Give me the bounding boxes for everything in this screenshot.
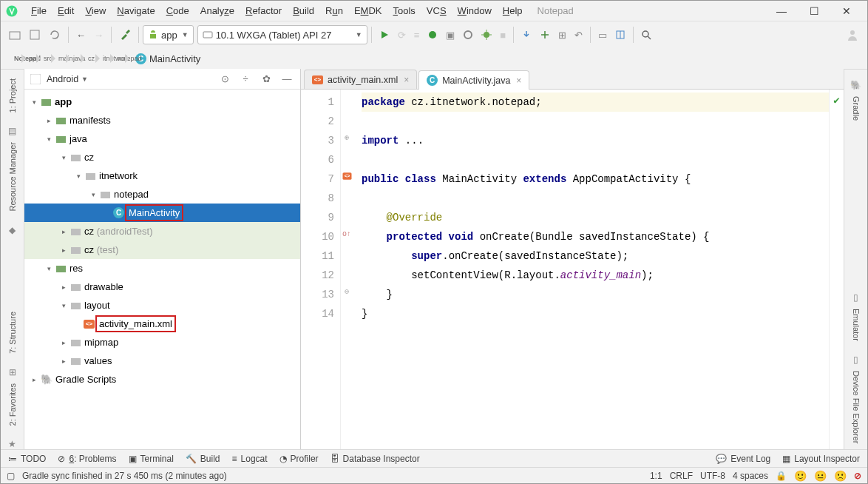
gutter-resmgr-icon[interactable]: ◆ bbox=[9, 225, 16, 235]
menu-window[interactable]: Window bbox=[452, 3, 497, 19]
tool-layout-inspector[interactable]: ▦ Layout Inspector bbox=[782, 454, 860, 464]
user-avatar-icon[interactable] bbox=[842, 25, 863, 44]
nav-back-icon[interactable]: ← bbox=[72, 27, 89, 44]
crumb-app[interactable]: app bbox=[21, 53, 36, 64]
maximize-button[interactable]: ☐ bbox=[798, 4, 830, 19]
reload-icon[interactable] bbox=[45, 26, 64, 44]
tree-notepad[interactable]: ▾ notepad bbox=[24, 185, 300, 204]
status-eol[interactable]: CRLF bbox=[670, 471, 693, 481]
minimize-button[interactable]: — bbox=[765, 4, 798, 19]
sdk-manager-icon[interactable] bbox=[611, 27, 629, 43]
tool-event-log[interactable]: 💬 Event Log bbox=[716, 454, 770, 464]
status-lock-icon[interactable]: 🔒 bbox=[776, 471, 787, 481]
tree-cz-androidtest[interactable]: ▸ cz (androidTest) bbox=[24, 222, 300, 241]
run-icon[interactable] bbox=[376, 27, 393, 43]
gutter-favorites[interactable]: 2: Favorites bbox=[8, 383, 17, 426]
menu-tools[interactable]: Tools bbox=[388, 3, 421, 19]
fold-icon[interactable]: ⊕ bbox=[341, 128, 353, 147]
tool-terminal[interactable]: ▣ Terminal bbox=[129, 454, 174, 464]
close-button[interactable]: ✕ bbox=[830, 4, 863, 19]
menu-vcs[interactable]: VCS bbox=[421, 3, 452, 19]
tool-problems[interactable]: ⊘ 6: Problems bbox=[58, 454, 116, 464]
menu-file[interactable]: File bbox=[26, 3, 52, 19]
build-hammer-icon[interactable] bbox=[115, 26, 135, 44]
open-file-icon[interactable] bbox=[5, 26, 24, 44]
tree-cz[interactable]: ▾ cz bbox=[24, 148, 300, 167]
gutter-structure[interactable]: 7: Structure bbox=[8, 312, 17, 354]
crumb-main[interactable]: main bbox=[51, 53, 66, 64]
code-content[interactable]: package cz.itnetwork.notepad; import ...… bbox=[353, 90, 829, 449]
status-face-sad[interactable]: 🙁 bbox=[834, 470, 847, 482]
project-view-selector[interactable]: Android ▼ bbox=[47, 74, 88, 84]
project-select-opened-icon[interactable]: ⊙ bbox=[217, 73, 232, 84]
devfile-icon[interactable]: ▯ bbox=[853, 354, 858, 365]
tree-gradle-scripts[interactable]: ▸ 🐘 Gradle Scripts bbox=[24, 370, 300, 389]
search-everywhere-icon[interactable] bbox=[637, 27, 655, 43]
project-expand-icon[interactable]: ÷ bbox=[238, 73, 253, 84]
device-combo[interactable]: 10.1 WXGA (Tablet) API 27 ▼ bbox=[197, 25, 367, 44]
code-editor[interactable]: 1 2 3 6 7 8 9 10 11 12 13 14 ⊕ <> o↑ bbox=[301, 90, 844, 449]
gutter-star-icon[interactable]: ★ bbox=[8, 439, 16, 449]
inspection-ok-icon[interactable]: ✔ bbox=[830, 94, 844, 107]
menu-refactor[interactable]: Refactor bbox=[240, 3, 287, 19]
menu-analyze[interactable]: Analyze bbox=[195, 3, 240, 19]
tree-drawable[interactable]: ▸ drawable bbox=[24, 278, 300, 296]
debug-icon[interactable] bbox=[424, 27, 441, 43]
menu-view[interactable]: View bbox=[80, 3, 111, 19]
close-tab-icon[interactable]: × bbox=[516, 75, 521, 86]
crumb-src[interactable]: src bbox=[36, 53, 51, 64]
tool-logcat[interactable]: ≡ Logcat bbox=[232, 454, 268, 464]
tree-values[interactable]: ▸ values bbox=[24, 352, 300, 370]
status-encoding[interactable]: UTF-8 bbox=[700, 471, 725, 481]
tree-app[interactable]: ▾ app bbox=[24, 93, 300, 111]
status-error-icon[interactable]: ⊘ bbox=[854, 471, 861, 481]
project-tree[interactable]: ▾ app ▸ manifests ▾ java ▾ cz ▾ bbox=[24, 90, 300, 449]
run-config-combo[interactable]: app ▼ bbox=[143, 25, 194, 44]
crumb-itnetwork[interactable]: itnetwork bbox=[95, 53, 110, 64]
tree-manifests[interactable]: ▸ manifests bbox=[24, 111, 300, 130]
status-face-neutral[interactable]: 😐 bbox=[814, 470, 827, 482]
avd-manager-icon[interactable]: ▭ bbox=[594, 27, 611, 44]
layout-gutter-icon[interactable]: <> bbox=[342, 172, 351, 180]
vcs-history-icon[interactable]: ⊞ bbox=[555, 27, 570, 44]
tool-profiler[interactable]: ◔ Profiler bbox=[279, 454, 319, 464]
tree-mipmap[interactable]: ▸ mipmap bbox=[24, 333, 300, 352]
gutter-structure-icon[interactable]: ⊞ bbox=[9, 367, 16, 377]
vcs-commit-icon[interactable] bbox=[536, 27, 554, 43]
close-tab-icon[interactable]: × bbox=[404, 75, 409, 85]
tool-db-inspector[interactable]: 🗄 Database Inspector bbox=[330, 454, 420, 464]
nav-forward-icon[interactable]: → bbox=[90, 27, 107, 44]
tree-mainactivity[interactable]: C MainActivity bbox=[24, 204, 300, 222]
tab-mainactivity-java[interactable]: C MainActivity.java × bbox=[418, 70, 529, 90]
menu-help[interactable]: Help bbox=[498, 3, 528, 19]
tree-activity-main-xml[interactable]: <> activity_main.xml bbox=[24, 315, 300, 333]
save-all-icon[interactable] bbox=[25, 26, 44, 44]
gutter-resmgr[interactable]: Resource Manager bbox=[8, 142, 17, 212]
gradle-icon[interactable]: 🐘 bbox=[850, 80, 861, 90]
menu-code[interactable]: Code bbox=[161, 3, 194, 19]
stop-icon[interactable]: ■ bbox=[496, 27, 509, 44]
tree-layout[interactable]: ▾ layout bbox=[24, 296, 300, 315]
project-hide-icon[interactable]: — bbox=[279, 73, 294, 84]
tool-build[interactable]: 🔨 Build bbox=[186, 454, 220, 464]
profile-icon[interactable] bbox=[459, 27, 477, 43]
tool-todo[interactable]: ≔ TODO bbox=[8, 454, 46, 464]
vcs-revert-icon[interactable]: ↶ bbox=[571, 27, 586, 44]
crumb-cz[interactable]: cz bbox=[81, 53, 95, 64]
status-caret-pos[interactable]: 1:1 bbox=[650, 471, 662, 481]
status-toggle-icon[interactable]: ▢ bbox=[7, 471, 15, 481]
menu-navigate[interactable]: Navigate bbox=[112, 3, 160, 19]
tab-activity-main-xml[interactable]: <> activity_main.xml × bbox=[304, 70, 417, 89]
menu-emdk[interactable]: EMDK bbox=[349, 3, 387, 19]
coverage-icon[interactable]: ▣ bbox=[442, 27, 458, 44]
apply-changes-icon[interactable]: ⟳ bbox=[394, 27, 410, 44]
apply-code-icon[interactable]: ≡ bbox=[410, 27, 424, 44]
fold-icon[interactable]: ⊖ bbox=[341, 282, 353, 301]
status-face-happy[interactable]: 🙂 bbox=[794, 470, 807, 482]
project-settings-icon[interactable]: ✿ bbox=[259, 73, 274, 84]
emulator-icon[interactable]: ▯ bbox=[853, 292, 858, 303]
gutter-devfile[interactable]: Device File Explorer bbox=[852, 371, 861, 443]
crumb-project[interactable]: Notepad bbox=[10, 53, 21, 64]
menu-run[interactable]: Run bbox=[320, 3, 348, 19]
vcs-update-icon[interactable] bbox=[518, 27, 535, 43]
